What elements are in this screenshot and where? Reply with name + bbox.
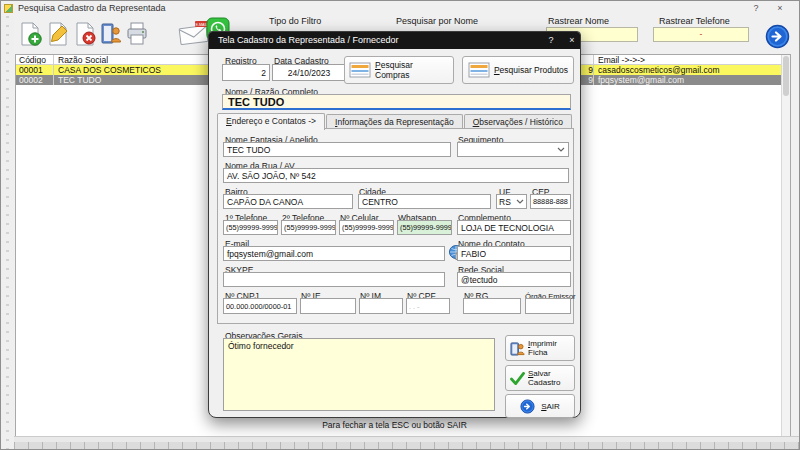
app-window: Pesquisa Cadastro da Representada ? × E-… [0,0,800,450]
delete-record-button[interactable] [72,21,98,47]
chevron-down-icon [557,147,565,153]
nome-contato-field[interactable]: FABIO [457,246,571,261]
pesquisar-produtos-button[interactable]: Pesquisar Produtos [462,56,574,84]
imprimir-ficha-button[interactable]: Imprimir Ficha [505,335,575,361]
col-codigo: Código [16,55,54,64]
tab-endereco-contatos[interactable]: Endereço e Contatos -> [217,113,325,130]
window-titlebar: Pesquisa Cadastro da Representada ? × [1,1,799,16]
orgao-emissor-field[interactable] [525,298,571,314]
dialog-title: Tela Cadastro da Representada / Forneced… [218,35,399,45]
print-list-button[interactable] [124,21,150,47]
ie-field[interactable] [300,298,356,314]
printer-icon [124,21,150,47]
cpf-field[interactable]: . . - [406,298,450,314]
rede-social-field[interactable]: @tectudo [457,272,571,287]
tab-informacoes-representacao[interactable]: Informações da Representação [326,114,463,129]
bottom-bar [1,436,799,449]
buscar-button[interactable] [765,24,790,49]
contacts-book-icon [98,21,124,47]
tab-observacoes-historico[interactable]: Observações / Histórico [464,114,572,129]
window-help-button[interactable]: ? [745,2,767,14]
pesquisar-compras-button[interactable]: Pesquisar Compras [344,56,454,84]
whatsapp-field[interactable]: (55)99999-9999 [397,220,452,235]
rastrear-telefone-input[interactable]: - [653,27,749,42]
sair-button[interactable]: SAIR [505,394,575,418]
bairro-field[interactable]: CAPÃO DA CANOA [223,194,353,209]
observacoes-textarea[interactable]: Ótimo fornecedor [223,338,495,411]
blue-arrow-icon [765,24,790,49]
pesquisar-nome-label: Pesquisar por Nome [396,16,478,26]
im-field[interactable] [359,298,403,314]
nome-razao-field[interactable]: TEC TUDO [222,94,571,110]
edit-icon [45,21,71,47]
uf-select[interactable]: RS [496,194,527,209]
nome-fantasia-field[interactable]: TEC TUDO [223,142,451,157]
rastrear-telefone-label: Rastrear Telefone [659,16,730,26]
add-icon [17,21,43,47]
blue-arrow-icon [520,399,535,414]
salvar-cadastro-button[interactable]: Salvar Cadastro [505,365,575,391]
email-field[interactable]: fpqsystem@gmail.com [223,246,445,261]
spreadsheet-icon [349,62,371,78]
grid-vertical-scrollbar[interactable] [781,55,790,437]
seguimento-select[interactable] [457,142,569,157]
celular-field[interactable]: (55)99999-9999 [339,220,394,235]
left-strip [1,16,14,450]
skype-field[interactable] [223,272,445,287]
delete-icon [72,21,98,47]
window-title: Pesquisa Cadastro da Representada [18,3,166,13]
registro-field: 2 [222,64,270,81]
chevron-down-icon [516,199,524,205]
app-icon [4,4,13,13]
cidade-field[interactable]: CENTRO [358,194,491,209]
dialog-close-button[interactable]: × [563,34,581,47]
cep-field[interactable]: 88888-888 [530,194,571,209]
dialog-titlebar: Tela Cadastro da Representada / Forneced… [209,32,580,49]
rastrear-nome-label: Rastrear Nome [548,16,609,26]
green-check-icon [510,372,525,385]
data-cadastro-field[interactable]: 24/10/2023 [272,64,346,81]
window-close-button[interactable]: × [769,2,791,14]
cadastro-dialog: Tela Cadastro da Representada / Forneced… [208,31,581,418]
tipo-filtro-label: Tipo do Filtro [269,16,321,26]
col-email: Email ->->-> [593,55,790,64]
complemento-field[interactable]: LOJA DE TECNOLOGIA [457,220,571,235]
edit-record-button[interactable] [45,21,71,47]
dialog-help-button[interactable]: ? [542,34,560,47]
print-person-icon [510,341,525,356]
rua-field[interactable]: AV. SÃO JOÃO, Nº 542 [223,168,569,183]
cnpj-field[interactable]: 00.000.000/0000-01 [223,298,297,314]
telefone2-field[interactable]: (55)99999-9999 [281,220,336,235]
rg-field[interactable] [463,298,521,314]
telefone1-field[interactable]: (55)99999-9999 [223,220,278,235]
status-hint: Para fechar a tela ESC ou botão SAIR [208,420,581,430]
add-record-button[interactable] [17,21,43,47]
spreadsheet-icon [468,62,490,78]
tab-bar: Endereço e Contatos -> Informações da Re… [217,113,573,129]
export-contacts-button[interactable] [98,21,124,47]
